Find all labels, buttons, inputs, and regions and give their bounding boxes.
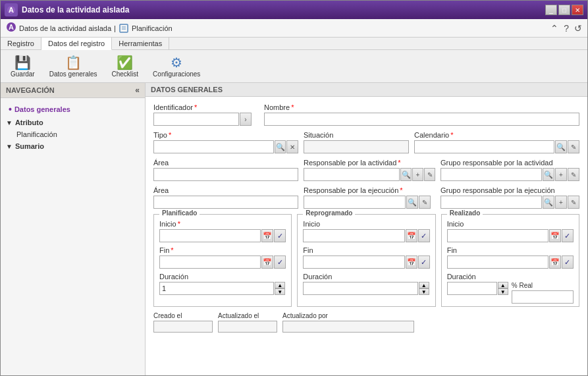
grupo-act-edit-button[interactable]: ✎ (568, 168, 579, 181)
resp-ejec-search-button[interactable]: 🔍 (406, 196, 418, 209)
sidebar-header-label: NAVEGACIÓN (6, 86, 55, 94)
realizado-inicio-cal-button[interactable]: 📅 (549, 229, 561, 242)
area1-input[interactable]: WF03 - Quality Assurance (153, 168, 298, 181)
planificado-inicio-check-button[interactable]: ✓ (274, 229, 286, 242)
calendario-edit-button[interactable]: ✎ (568, 140, 579, 153)
identificador-input-group: › (153, 113, 259, 126)
grupo-ejec-add-button[interactable]: + (555, 196, 567, 209)
sidebar-item-datos-generales[interactable]: • Datos generales (1, 102, 145, 117)
sidebar: NAVEGACIÓN « • Datos generales ▼ Atribut… (1, 83, 146, 375)
duracion-spinner[interactable]: ▲ ▼ (275, 282, 285, 295)
calendario-search-button[interactable]: 🔍 (555, 140, 567, 153)
identificador-arrow-button[interactable]: › (240, 113, 252, 126)
tab-registro[interactable]: Registro (1, 38, 41, 49)
responsable-actividad-input[interactable]: 0143 - John Smith (304, 168, 400, 181)
req-star-tipo: * (169, 131, 171, 139)
svg-text:A: A (9, 23, 14, 31)
sidebar-sumario-label: Sumario (15, 142, 44, 150)
grupo-ejecucion-input[interactable] (441, 196, 542, 209)
resp-act-edit-button[interactable]: ✎ (424, 168, 435, 181)
realizado-duracion-input[interactable] (447, 282, 497, 295)
close-button[interactable]: ✕ (572, 5, 583, 15)
checklist-button[interactable]: ✅ Checklist (106, 53, 145, 80)
realizado-inicio-input[interactable] (447, 229, 548, 242)
tab-datos-registro[interactable]: Datos del registro (41, 38, 112, 50)
req-star-id: * (194, 103, 197, 111)
tab-herramientas[interactable]: Herramientas (112, 38, 169, 49)
planificado-fin-input[interactable] (159, 255, 261, 269)
reprogramado-inicio-input[interactable] (303, 229, 404, 242)
maximize-button[interactable]: □ (558, 5, 570, 15)
configuraciones-button[interactable]: ⚙ Configuraciones (147, 53, 206, 80)
reprogramado-inicio-input-group: 📅 ✓ (303, 229, 429, 242)
identificador-input[interactable] (153, 113, 239, 126)
resp-ejec-edit-button[interactable]: ✎ (419, 196, 431, 209)
realizado-fin-cal-button[interactable]: 📅 (549, 255, 561, 269)
realizado-fin-check-button[interactable]: ✓ (562, 255, 574, 269)
guardar-button[interactable]: 💾 Guardar (5, 53, 41, 80)
grupo-ejec-edit-button[interactable]: ✎ (568, 196, 579, 209)
grupo-act-search-button[interactable]: 🔍 (543, 168, 554, 181)
resp-act-search-button[interactable]: 🔍 (400, 168, 412, 181)
sidebar-collapse-button[interactable]: « (135, 86, 140, 95)
reprogramado-inicio-cal-button[interactable]: 📅 (406, 229, 417, 242)
planificado-fin-check-button[interactable]: ✓ (274, 255, 286, 269)
identificador-label: Identificador * (153, 103, 259, 111)
realizado-spinner-down[interactable]: ▼ (498, 288, 508, 295)
nav-bar: A Datos de la actividad aislada | Planif… (1, 19, 587, 38)
grupo-ejecucion-input-group: 🔍 + ✎ (441, 196, 579, 209)
resp-act-add-button[interactable]: + (412, 168, 423, 181)
grupo-act-add-button[interactable]: + (555, 168, 567, 181)
calendario-input[interactable]: STD - Corporate Calendar (414, 140, 554, 153)
planificado-fin-cal-button[interactable]: 📅 (261, 255, 273, 269)
planificado-inicio-cal-button[interactable]: 📅 (261, 229, 273, 242)
actualizado-el-label: Actualizado el (218, 312, 277, 319)
reprogramado-duracion-input[interactable] (303, 282, 417, 295)
datos-generales-button[interactable]: 📋 Datos generales (43, 53, 103, 80)
svg-text:A: A (9, 6, 14, 14)
tipo-input[interactable]: NPT01 - Documentation nonproject t (153, 140, 274, 153)
tipo-clear-button[interactable]: ✕ (286, 140, 298, 153)
spinner-down[interactable]: ▼ (275, 288, 285, 295)
reprogramado-spinner-down[interactable]: ▼ (419, 288, 429, 295)
realizado-duracion-spinner[interactable]: ▲ ▼ (498, 282, 508, 304)
calendario-input-group: STD - Corporate Calendar 🔍 ✎ (414, 140, 579, 153)
reprogramado-duracion-spinner[interactable]: ▲ ▼ (419, 282, 429, 295)
sidebar-datos-generales-label: Datos generales (14, 105, 70, 113)
realizado-fin-input-group: 📅 ✓ (447, 255, 574, 269)
refresh-button[interactable]: ↺ (574, 23, 582, 34)
reprogramado-inicio-check-button[interactable]: ✓ (418, 229, 430, 242)
realizado-inicio-check-button[interactable]: ✓ (562, 229, 574, 242)
realizado-fin-input[interactable] (447, 255, 548, 269)
responsable-ejecucion-input[interactable]: 0143 - John Smith (304, 196, 406, 209)
reprogramado-fin-cal-button[interactable]: 📅 (406, 255, 417, 269)
planificado-duracion-input[interactable] (159, 282, 274, 295)
sidebar-section-sumario[interactable]: ▼ Sumario (1, 140, 145, 152)
calendario-label: Calendario * (414, 131, 579, 139)
actualizado-el-group: Actualizado el (218, 312, 277, 333)
reprogramado-fin-input[interactable] (303, 255, 404, 269)
nav-arrows: ⌃ ? ↺ (550, 23, 582, 34)
req-star-pi: * (178, 220, 180, 228)
realizado-spinner-up[interactable]: ▲ (498, 282, 508, 288)
reprogramado-spinner-up[interactable]: ▲ (419, 282, 429, 288)
realizado-duracion-label: Duración (447, 273, 574, 281)
sidebar-item-planificacion[interactable]: Planificación (1, 128, 145, 140)
reprogramado-fin-check-button[interactable]: ✓ (418, 255, 430, 269)
sidebar-section-atributo[interactable]: ▼ Atributo (1, 117, 145, 128)
nav-up-button[interactable]: ⌃ (550, 23, 558, 34)
pct-real-group: % Real (512, 282, 574, 304)
area2-input[interactable]: WF03 - Quality Assurance (153, 196, 298, 209)
tipo-search-button[interactable]: 🔍 (275, 140, 286, 153)
pct-real-input[interactable] (512, 290, 574, 304)
planificado-inicio-input[interactable] (159, 229, 261, 242)
grupo-ejec-search-button[interactable]: 🔍 (543, 196, 554, 209)
grupo-actividad-input[interactable] (441, 168, 542, 181)
spinner-up[interactable]: ▲ (275, 282, 285, 288)
area2-label: Área (153, 186, 298, 194)
help-button[interactable]: ? (564, 23, 569, 34)
section-realizado-title: Realizado (447, 209, 483, 217)
realizado-inicio-input-group: 📅 ✓ (447, 229, 574, 242)
nombre-input[interactable] (264, 113, 579, 126)
minimize-button[interactable]: _ (545, 5, 557, 15)
